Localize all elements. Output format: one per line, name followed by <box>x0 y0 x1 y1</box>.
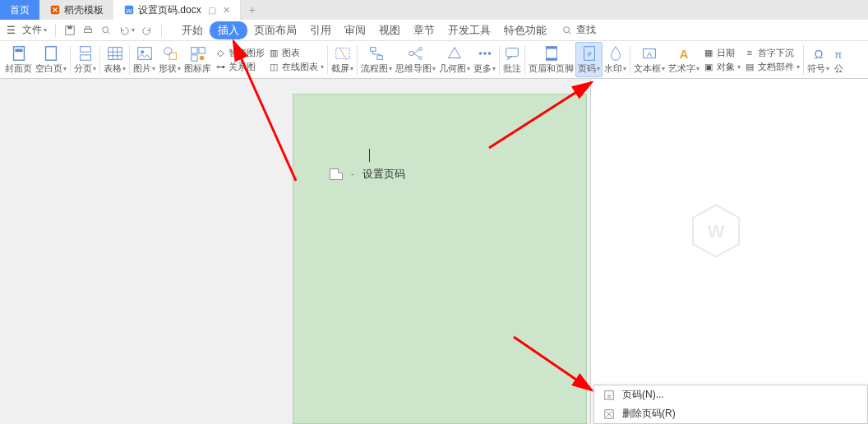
symbol-button[interactable]: Ω 符号▾ <box>806 43 831 76</box>
wordart-button[interactable]: A 艺术字▾ <box>667 43 701 76</box>
blank-page-button[interactable]: 空白页▾ <box>34 43 68 76</box>
tab-document-label: 设置页码.docx <box>138 3 201 17</box>
page-break-button[interactable]: 分页▾ <box>72 43 98 76</box>
tab-home[interactable]: 首页 <box>0 0 39 20</box>
tab-dev[interactable]: 开发工具 <box>441 21 497 39</box>
undo-icon[interactable]: ▾ <box>117 25 136 36</box>
tab-chapter[interactable]: 章节 <box>407 21 441 39</box>
textbox-button[interactable]: A 文本框▾ <box>632 43 667 76</box>
svg-rect-14 <box>80 47 90 52</box>
tab-ref[interactable]: 引用 <box>303 21 338 39</box>
redo-icon[interactable] <box>140 25 155 36</box>
wps-logo-icon: W <box>687 202 745 260</box>
symbol-icon: Ω <box>810 44 828 62</box>
tab-special[interactable]: 特色功能 <box>497 21 553 39</box>
page[interactable]: - 设置页码 <box>293 94 587 424</box>
screenshot-button[interactable]: 截屏▾ <box>330 43 355 76</box>
svg-point-9 <box>564 26 570 32</box>
relation-button[interactable]: ⊶关系图 <box>215 61 265 73</box>
svg-rect-30 <box>371 48 376 52</box>
svg-rect-26 <box>198 48 204 53</box>
object-button[interactable]: ▣对象▾ <box>703 61 741 73</box>
svg-text:#: # <box>587 50 592 58</box>
object-icon: ▣ <box>703 61 714 72</box>
mindmap-icon <box>407 44 425 62</box>
tab-layout[interactable]: 页面布局 <box>247 21 303 39</box>
svg-point-36 <box>483 52 487 55</box>
blank-page-icon <box>42 44 60 62</box>
textbox-icon: A <box>640 44 658 62</box>
more-button[interactable]: 更多▾ <box>472 43 497 76</box>
tab-close-icon[interactable]: ✕ <box>223 5 230 16</box>
svg-point-33 <box>418 48 422 51</box>
tab-start[interactable]: 开始 <box>175 21 210 39</box>
shape-button[interactable]: 形状▾ <box>157 43 182 76</box>
svg-point-37 <box>487 52 491 55</box>
header-footer-button[interactable]: 页眉和页脚 <box>527 43 575 76</box>
document-canvas[interactable]: - 设置页码 W # 页码(N)... 删除页码(R) <box>0 79 868 424</box>
tab-window-icon[interactable]: ▢ <box>208 5 216 16</box>
new-tab-button[interactable]: + <box>249 3 256 16</box>
svg-rect-38 <box>506 48 519 57</box>
geometry-icon <box>446 44 464 62</box>
tab-view[interactable]: 视图 <box>372 21 407 39</box>
page-number-button[interactable]: # 页码▾ <box>575 42 603 77</box>
context-delete-icon <box>603 408 616 421</box>
smart-shape-button[interactable]: ◇智能图形 <box>215 47 265 59</box>
page-number-icon: # <box>580 44 598 62</box>
docparts-icon: ▤ <box>744 61 755 72</box>
save-icon[interactable] <box>62 25 77 36</box>
print-icon[interactable] <box>81 25 95 36</box>
preview-icon[interactable] <box>99 25 113 36</box>
search-box[interactable]: 查找 <box>561 23 596 37</box>
tab-template[interactable]: 稻壳模板 <box>39 0 113 20</box>
svg-rect-25 <box>191 48 196 53</box>
tab-document[interactable]: W 设置页码.docx ▢ ✕ <box>113 0 241 20</box>
table-icon <box>106 44 124 62</box>
page-break-icon <box>76 44 95 62</box>
cover-page-button[interactable]: 封面页 <box>3 43 34 76</box>
flowchart-button[interactable]: 流程图▾ <box>359 43 394 76</box>
svg-point-28 <box>199 56 204 61</box>
context-delete-label: 删除页码(R) <box>622 407 676 421</box>
tab-insert[interactable]: 插入 <box>210 21 247 39</box>
chart-button[interactable]: ▥图表 <box>268 47 324 59</box>
date-icon: ▦ <box>703 47 714 58</box>
svg-rect-11 <box>13 47 24 61</box>
date-button[interactable]: ▦日期 <box>703 47 741 59</box>
tab-review[interactable]: 审阅 <box>338 21 372 39</box>
mindmap-button[interactable]: 思维导图▾ <box>394 43 437 76</box>
svg-line-8 <box>108 31 110 34</box>
page-glyph-icon <box>330 168 343 180</box>
svg-point-7 <box>103 26 108 32</box>
svg-rect-6 <box>85 26 90 29</box>
online-chart-button[interactable]: ◫在线图表▾ <box>268 61 324 73</box>
menu-icon[interactable]: ☰ <box>5 25 17 36</box>
header-footer-icon <box>542 44 561 62</box>
dropcap-button[interactable]: ≡首字下沉 <box>744 47 800 59</box>
docparts-button[interactable]: ▤文档部件▾ <box>744 61 800 73</box>
geometry-button[interactable]: 几何图▾ <box>437 43 472 76</box>
table-button[interactable]: 表格▾ <box>102 43 127 76</box>
svg-rect-15 <box>80 55 90 60</box>
comment-icon <box>503 44 521 62</box>
icon-lib-button[interactable]: 图标库 <box>182 43 213 76</box>
search-label: 查找 <box>576 23 596 37</box>
context-page-number[interactable]: # 页码(N)... <box>594 385 867 404</box>
svg-point-35 <box>478 52 482 55</box>
svg-rect-16 <box>108 48 122 60</box>
file-menu[interactable]: 文件▾ <box>21 23 48 37</box>
context-pagenum-icon: # <box>603 389 616 402</box>
search-icon <box>561 25 573 36</box>
watermark-button[interactable]: 水印▾ <box>603 43 628 76</box>
wordart-icon: A <box>675 44 693 62</box>
svg-point-23 <box>164 48 171 55</box>
image-button[interactable]: 图片▾ <box>132 43 157 76</box>
svg-rect-13 <box>46 47 57 61</box>
comment-button[interactable]: 批注 <box>501 43 523 76</box>
ribbon-tabs: 开始 插入 页面布局 引用 审阅 视图 章节 开发工具 特色功能 <box>175 21 553 39</box>
context-delete-page-number[interactable]: 删除页码(R) <box>594 404 867 423</box>
document-tabs: 首页 稻壳模板 W 设置页码.docx ▢ ✕ + <box>0 0 868 20</box>
equation-button[interactable]: π 公 <box>831 43 846 76</box>
context-pagenum-label: 页码(N)... <box>622 388 664 402</box>
